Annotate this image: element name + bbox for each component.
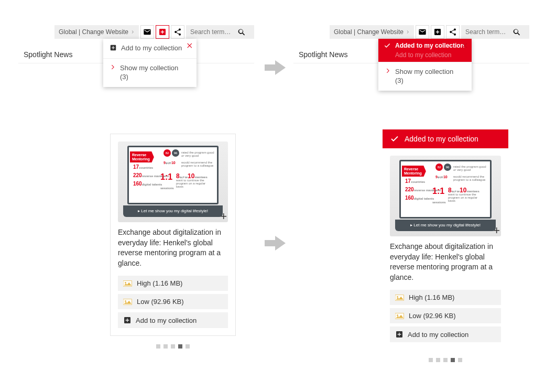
eight-text: want to continue the program on a regula… [448,193,479,202]
transition-arrow-icon [265,60,286,75]
share-icon [173,28,182,36]
nine-text: would recommend the program to a colleag… [453,175,487,181]
bubble-82: 82 [435,164,443,171]
search-box [186,25,254,39]
search-icon[interactable] [513,28,521,36]
pager-dot[interactable] [443,358,448,362]
add-to-collection-item[interactable]: Add to my collection [103,39,197,58]
add-label-disabled: Add to my collection [378,51,472,62]
close-icon [461,42,468,49]
add-to-collection-button[interactable]: Add to my collection [118,312,228,328]
collection-button[interactable] [431,25,444,39]
stat-160: 160digital talents [405,195,434,201]
add-to-collection-button[interactable]: Add to my collection [390,326,501,342]
show-label: Show my collection(3) [395,68,453,85]
svg-point-1 [125,282,126,284]
show-collection-item[interactable]: Show my collection(3) [378,62,472,91]
download-high-button[interactable]: High (1.16 MB) [390,290,501,305]
collection-dropdown: Add to my collection Show my collection(… [103,39,197,87]
plus-square-icon [110,44,117,51]
added-banner: Added to my collection [378,39,472,51]
pager-dot[interactable] [164,344,168,349]
pager-dot[interactable] [186,344,190,349]
pager-dot[interactable] [171,344,175,349]
mail-button[interactable] [416,25,429,39]
show-label: Show my collection(3) [120,64,178,82]
image-file-icon [395,312,405,320]
collection-dropdown-added: Added to my collection Add to my collect… [378,39,472,91]
svg-point-3 [125,300,126,302]
close-dropdown-button[interactable] [461,42,468,49]
nav-spotlight[interactable]: Spotlight News [299,50,347,59]
chevron-right-icon [130,30,135,34]
header-after: Global | Change Website Added to my coll… [293,25,529,63]
chevron-right-icon [385,68,391,74]
pager-dot[interactable] [156,344,160,349]
bubble-96: 96 [444,164,451,171]
ribbon: ReverseMentoring [130,151,154,162]
search-input[interactable] [190,28,237,36]
share-icon [449,28,457,36]
pager [383,358,508,362]
collection-button[interactable] [156,25,169,39]
added-toast: Added to my collection [383,129,508,148]
pager-dot[interactable] [458,358,462,362]
eight-text: want to continue the program on a regula… [176,179,208,188]
rated-text: rated the program good or very good [181,151,215,157]
svg-point-7 [397,314,398,316]
search-input[interactable] [465,28,513,36]
added-banner-text: Added to my collection [395,42,464,49]
download-high-label: High (1.16 MB) [137,279,182,287]
stat-17: 17countries [405,178,425,184]
chevron-right-icon [110,64,116,70]
change-website-label: Global | Change Website [334,28,404,36]
change-website-label: Global | Change Website [59,28,128,36]
check-icon [384,42,391,49]
share-button[interactable] [171,25,184,39]
add-label: Add to my collection [408,331,468,339]
card-description: Exchange about digitalization in everyda… [390,242,501,282]
search-icon[interactable] [237,28,246,36]
zoom-plus-button[interactable]: + [220,210,227,222]
close-dropdown-button[interactable] [186,42,193,49]
pager-dot[interactable] [429,358,433,362]
stat-ratio: 1:1sessions [160,172,174,191]
pager-dot-active[interactable] [451,358,455,362]
pager-dot[interactable] [436,358,440,362]
change-website-button[interactable]: Global | Change Website [330,25,414,39]
plus-square-icon [395,330,404,339]
stat-160: 160digital talents [133,181,162,187]
pager-dot-active[interactable] [178,344,182,349]
download-low-button[interactable]: Low (92.96 KB) [118,294,228,309]
card-image: ReverseMentoring 82 96 rated the program… [118,141,228,222]
card-description: Exchange about digitalization in everyda… [118,227,228,268]
rated-text: rated the program good or very good [453,165,487,171]
download-high-label: High (1.16 MB) [409,293,454,301]
mail-button[interactable] [140,25,154,39]
stat-17: 17countries [133,164,153,170]
share-button[interactable] [446,25,460,39]
nine-text: would recommend the program to a colleag… [181,161,215,167]
laptop-banner: ▸ Let me show you my digital lifestyle! [123,205,223,217]
download-low-button[interactable]: Low (92.96 KB) [390,308,501,323]
zoom-plus-button[interactable]: + [493,224,500,236]
pager [110,344,236,349]
chevron-right-icon [406,30,410,34]
toolbar: Global | Change Website Added to my coll… [293,25,529,39]
show-collection-item[interactable]: Show my collection(3) [103,58,197,87]
plus-square-icon [433,28,442,36]
bubble-96: 96 [172,149,179,157]
mail-icon [418,28,427,36]
bubble-82: 82 [164,149,171,157]
nav-spotlight[interactable]: Spotlight News [24,50,72,59]
check-icon [390,134,399,144]
add-label: Add to my collection [136,317,197,324]
change-website-button[interactable]: Global | Change Website [54,25,139,39]
download-low-label: Low (92.96 KB) [137,298,184,306]
laptop-banner: ▸ Let me show you my digital lifestyle! [395,220,496,231]
stat-ratio: 1:1sessions [432,187,446,205]
add-label: Add to my collection [121,44,182,53]
image-file-icon [123,298,133,306]
plus-square-icon [158,28,167,36]
download-high-button[interactable]: High (1.16 MB) [118,276,228,291]
